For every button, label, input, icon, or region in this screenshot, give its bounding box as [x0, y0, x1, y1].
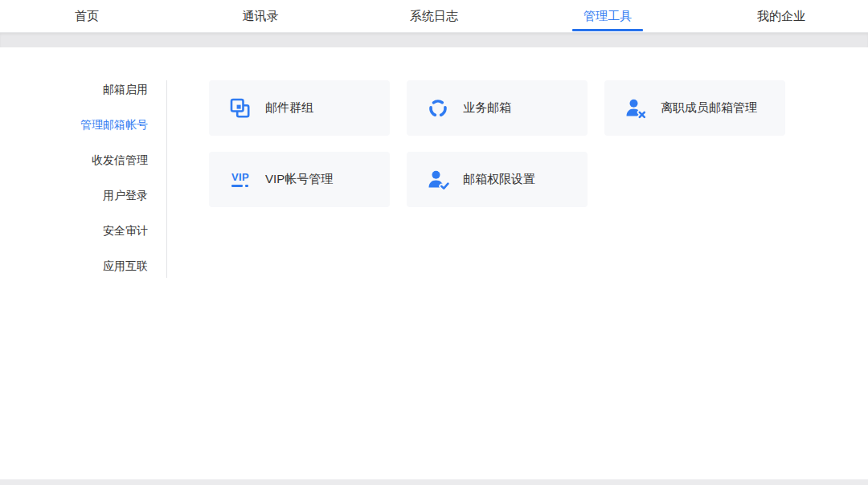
- footer-gray-band: [0, 479, 868, 485]
- card-business-mailbox[interactable]: 业务邮箱: [407, 80, 588, 136]
- tab-label: 系统日志: [410, 9, 458, 24]
- vip-icon-underline: [231, 185, 248, 187]
- tab-active-underline: [572, 29, 643, 31]
- main-panel: 邮箱启用 管理邮箱帐号 收发信管理 用户登录 安全审计 应用互联 邮件群组: [0, 47, 868, 479]
- card-label: 邮箱权限设置: [463, 172, 535, 187]
- sidebar-menu: 邮箱启用 管理邮箱帐号 收发信管理 用户登录 安全审计 应用互联: [0, 72, 167, 284]
- card-label: 业务邮箱: [463, 100, 511, 116]
- tool-cards-grid: 邮件群组 业务邮箱: [209, 80, 785, 207]
- tab-label: 首页: [75, 9, 99, 24]
- card-label: 邮件群组: [265, 100, 313, 116]
- card-label: VIP帐号管理: [265, 172, 333, 187]
- tab-label: 通讯录: [243, 9, 279, 24]
- sidebar-divider: [166, 80, 167, 278]
- top-nav: 首页 通讯录 系统日志 管理工具 我的企业: [0, 0, 868, 33]
- card-label: 离职成员邮箱管理: [661, 100, 757, 116]
- sidebar-item-mailbox-enable[interactable]: 邮箱启用: [0, 72, 167, 108]
- card-vip-account-management[interactable]: VIP VIP帐号管理: [209, 152, 390, 207]
- sidebar-item-send-receive-management[interactable]: 收发信管理: [0, 143, 167, 178]
- vip-icon: VIP: [229, 169, 252, 191]
- sidebar: 邮箱启用 管理邮箱帐号 收发信管理 用户登录 安全审计 应用互联: [0, 47, 167, 479]
- tab-label: 管理工具: [583, 9, 632, 24]
- cycle-icon: [427, 97, 449, 120]
- content-area: 邮件群组 业务邮箱: [167, 47, 785, 479]
- card-mail-groups[interactable]: 邮件群组: [209, 80, 390, 136]
- sidebar-item-user-login[interactable]: 用户登录: [0, 178, 167, 214]
- sidebar-item-manage-mailbox-accounts[interactable]: 管理邮箱帐号: [0, 108, 167, 143]
- user-check-icon: [427, 169, 449, 191]
- header-gray-band: [0, 33, 868, 47]
- group-icon: [229, 97, 252, 120]
- card-mailbox-permission-settings[interactable]: 邮箱权限设置: [407, 152, 588, 207]
- tab-admin-tools[interactable]: 管理工具: [521, 0, 694, 32]
- card-departed-member-mailbox[interactable]: 离职成员邮箱管理: [604, 80, 785, 136]
- tab-label: 我的企业: [757, 9, 805, 24]
- tab-home[interactable]: 首页: [0, 0, 174, 32]
- tab-my-enterprise[interactable]: 我的企业: [694, 0, 868, 32]
- tab-contacts[interactable]: 通讯录: [174, 0, 347, 32]
- tab-system-logs[interactable]: 系统日志: [347, 0, 521, 32]
- sidebar-item-security-audit[interactable]: 安全审计: [0, 214, 167, 249]
- sidebar-item-app-interconnect[interactable]: 应用互联: [0, 249, 167, 284]
- vip-icon-text: VIP: [231, 172, 249, 182]
- user-x-icon: [624, 97, 647, 120]
